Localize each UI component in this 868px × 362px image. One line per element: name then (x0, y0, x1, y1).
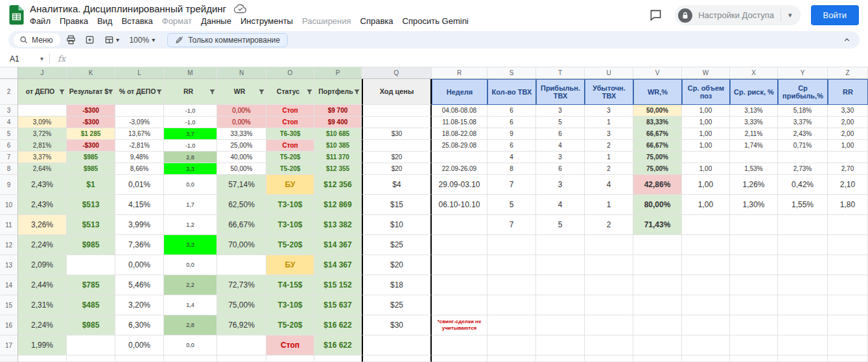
cell-T13[interactable] (536, 255, 585, 275)
cell-Y17[interactable] (778, 335, 828, 356)
cell-L10[interactable]: 4,15% (115, 195, 164, 215)
cell-N17[interactable] (217, 335, 266, 356)
cell-X7[interactable] (730, 152, 778, 163)
row-header-3[interactable]: 3 (0, 105, 18, 117)
cell-R11[interactable] (432, 215, 487, 235)
cell-W3[interactable]: 1,00 (682, 105, 730, 117)
cell-P14[interactable]: $15 152 (314, 275, 362, 295)
cell-S2[interactable]: Кол-во ТВХ (487, 79, 536, 105)
cell-Q8[interactable]: $20 (362, 163, 432, 175)
cell-R14[interactable] (432, 275, 487, 295)
cell-V16[interactable] (633, 315, 682, 335)
cell-X9[interactable]: 1,26% (730, 175, 778, 195)
cell-R3[interactable]: 04.08-08.08 (432, 105, 487, 117)
cell-Y18[interactable] (778, 356, 828, 362)
cell-X14[interactable] (730, 275, 778, 295)
cell-K6[interactable]: -$300 (67, 140, 115, 152)
cell-Z11[interactable] (828, 215, 868, 235)
cell-K4[interactable]: -$300 (67, 117, 115, 128)
col-header-W[interactable]: W (682, 67, 730, 79)
cell-X8[interactable]: 1,53% (730, 163, 778, 175)
cell-W6[interactable]: 1,00 (682, 140, 730, 152)
cell-Z14[interactable] (828, 275, 868, 295)
row-header-14[interactable]: 14 (0, 275, 18, 295)
cell-Z9[interactable]: 2,10 (828, 175, 868, 195)
cell-V13[interactable] (633, 255, 682, 275)
cell-Q13[interactable]: $20 (362, 255, 432, 275)
cell-U17[interactable] (585, 335, 633, 356)
cell-U8[interactable]: 2 (585, 163, 633, 175)
cell-S18[interactable] (487, 356, 536, 362)
cell-R9[interactable]: 29.09-03.10 (432, 175, 487, 195)
cell-J12[interactable]: 2,24% (18, 235, 67, 255)
cell-Y4[interactable]: 3,37% (778, 117, 828, 128)
cell-O9[interactable]: БУ (266, 175, 314, 195)
cell-L14[interactable]: 5,46% (115, 275, 164, 295)
cell-O7[interactable]: Т5-20$ (266, 152, 314, 163)
cell-L7[interactable]: 9,48% (115, 152, 164, 163)
cell-Z7[interactable] (828, 152, 868, 163)
cell-P17[interactable]: $16 622 (314, 335, 362, 356)
cell-N18[interactable] (217, 356, 266, 362)
row-header-2[interactable]: 2 (0, 79, 18, 105)
cell-O3[interactable]: Стоп (266, 105, 314, 117)
cell-S12[interactable] (487, 235, 536, 255)
row-header-8[interactable]: 8 (0, 163, 18, 175)
cell-Q12[interactable]: $25 (362, 235, 432, 255)
cell-J11[interactable]: 3,26% (18, 215, 67, 235)
cell-N13[interactable] (217, 255, 266, 275)
cell-Q4[interactable] (362, 117, 432, 128)
cell-X3[interactable]: 3,13% (730, 105, 778, 117)
cell-R13[interactable] (432, 255, 487, 275)
cell-J10[interactable]: 2,43% (18, 195, 67, 215)
cell-V11[interactable]: 71,43% (633, 215, 682, 235)
row-header-5[interactable]: 5 (0, 128, 18, 140)
cell-M17[interactable]: 0,0 (164, 335, 217, 356)
cloud-saved-icon[interactable] (234, 4, 247, 14)
toolbar-menu-button[interactable]: Меню (14, 33, 60, 47)
filter-icon[interactable] (209, 89, 215, 95)
col-header-Q[interactable]: Q (362, 67, 432, 79)
col-header-X[interactable]: X (730, 67, 778, 79)
cell-J6[interactable]: 2,81% (18, 140, 67, 152)
cell-N12[interactable]: 70,00% (217, 235, 266, 255)
cell-L2[interactable]: % от ДЕПО (115, 79, 164, 105)
cell-W5[interactable]: 1,00 (682, 128, 730, 140)
row-header-4[interactable]: 4 (0, 117, 18, 128)
cell-L4[interactable]: -3,09% (115, 117, 164, 128)
cell-T8[interactable]: 6 (536, 163, 585, 175)
cell-Q2[interactable]: Ход цены (362, 79, 432, 105)
cell-M3[interactable]: -1,0 (164, 105, 217, 117)
cell-V4[interactable]: 83,33% (633, 117, 682, 128)
cell-J9[interactable]: 2,43% (18, 175, 67, 195)
cell-K12[interactable]: $985 (67, 235, 115, 255)
cell-M15[interactable]: 1,4 (164, 295, 217, 315)
cell-O2[interactable]: Статус (266, 79, 314, 105)
cell-U2[interactable]: Убыточн. ТВХ (585, 79, 633, 105)
cell-J13[interactable]: 2,09% (18, 255, 67, 275)
cell-K10[interactable]: $513 (67, 195, 115, 215)
cell-Z15[interactable] (828, 295, 868, 315)
document-title[interactable]: Аналитика. Дисциплинированный трейдинг (30, 3, 226, 14)
cell-W13[interactable] (682, 255, 730, 275)
cell-O13[interactable]: БУ (266, 255, 314, 275)
cell-L8[interactable]: 8,66% (115, 163, 164, 175)
cell-R12[interactable] (432, 235, 487, 255)
cell-L9[interactable]: 0,01% (115, 175, 164, 195)
cell-Y5[interactable]: 2,43% (778, 128, 828, 140)
cell-X16[interactable] (730, 315, 778, 335)
row-header-11[interactable]: 11 (0, 215, 18, 235)
cell-K5[interactable]: $1 285 (67, 128, 115, 140)
cell-V7[interactable]: 75,00% (633, 152, 682, 163)
zoom-control[interactable]: 100% ▾ (125, 36, 159, 45)
menu-item-tools[interactable]: Инструменты (236, 15, 298, 27)
filter-icon[interactable] (354, 89, 360, 95)
cell-V2[interactable]: WR,% (633, 79, 682, 105)
cell-P10[interactable]: $12 869 (314, 195, 362, 215)
cell-S11[interactable]: 7 (487, 215, 536, 235)
cell-Z6[interactable]: 1,00 (828, 140, 868, 152)
cell-O11[interactable]: Т3-10$ (266, 215, 314, 235)
cell-Q5[interactable]: $30 (362, 128, 432, 140)
cell-L13[interactable]: 0,00% (115, 255, 164, 275)
cell-M16[interactable]: 2,8 (164, 315, 217, 335)
